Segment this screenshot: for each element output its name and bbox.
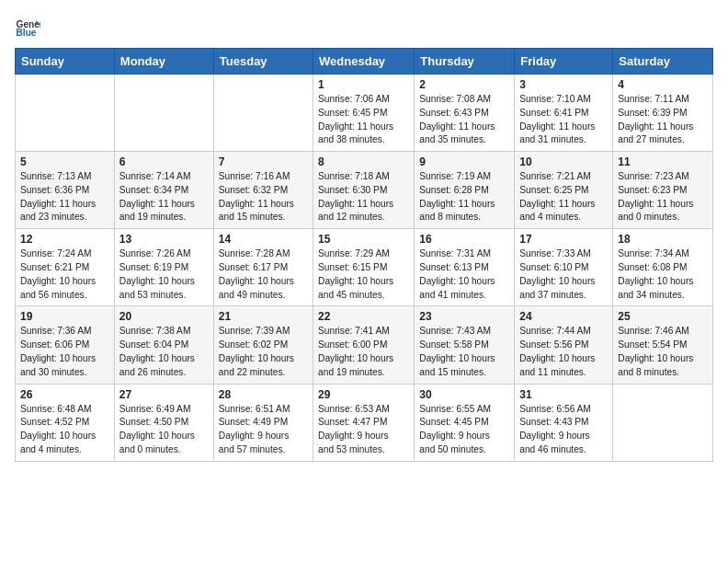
day-number: 25 [618, 310, 708, 323]
day-cell [16, 75, 115, 152]
week-row-4: 19Sunrise: 7:36 AM Sunset: 6:06 PM Dayli… [16, 306, 713, 384]
day-number: 5 [20, 155, 109, 168]
col-header-thursday: Thursday [415, 49, 515, 75]
day-cell: 5Sunrise: 7:13 AM Sunset: 6:36 PM Daylig… [16, 152, 115, 229]
day-number: 30 [419, 388, 509, 401]
day-info: Sunrise: 6:55 AM Sunset: 4:45 PM Dayligh… [419, 403, 509, 457]
day-number: 13 [119, 233, 209, 246]
day-info: Sunrise: 7:16 AM Sunset: 6:32 PM Dayligh… [219, 170, 308, 224]
day-number: 16 [419, 233, 509, 246]
day-cell: 26Sunrise: 6:48 AM Sunset: 4:52 PM Dayli… [16, 384, 115, 461]
day-info: Sunrise: 7:24 AM Sunset: 6:21 PM Dayligh… [20, 247, 109, 302]
day-number: 23 [419, 310, 509, 323]
logo: General Blue [15, 15, 40, 40]
day-info: Sunrise: 7:11 AM Sunset: 6:39 PM Dayligh… [618, 93, 708, 147]
day-number: 1 [318, 78, 409, 91]
day-number: 29 [318, 388, 409, 401]
day-info: Sunrise: 7:44 AM Sunset: 5:56 PM Dayligh… [519, 325, 608, 379]
day-cell: 18Sunrise: 7:34 AM Sunset: 6:08 PM Dayli… [613, 229, 713, 306]
day-cell: 12Sunrise: 7:24 AM Sunset: 6:21 PM Dayli… [16, 229, 115, 306]
day-cell: 20Sunrise: 7:38 AM Sunset: 6:04 PM Dayli… [114, 306, 213, 384]
day-info: Sunrise: 7:43 AM Sunset: 5:58 PM Dayligh… [419, 325, 509, 379]
day-info: Sunrise: 7:31 AM Sunset: 6:13 PM Dayligh… [419, 247, 509, 302]
day-info: Sunrise: 6:56 AM Sunset: 4:43 PM Dayligh… [519, 403, 608, 457]
day-number: 2 [419, 78, 509, 91]
day-info: Sunrise: 7:13 AM Sunset: 6:36 PM Dayligh… [20, 170, 109, 224]
svg-text:Blue: Blue [17, 28, 37, 38]
day-info: Sunrise: 7:41 AM Sunset: 6:00 PM Dayligh… [318, 325, 409, 379]
day-cell: 2Sunrise: 7:08 AM Sunset: 6:43 PM Daylig… [415, 75, 515, 152]
day-info: Sunrise: 7:08 AM Sunset: 6:43 PM Dayligh… [419, 93, 509, 147]
day-info: Sunrise: 6:53 AM Sunset: 4:47 PM Dayligh… [318, 403, 409, 457]
col-header-saturday: Saturday [613, 49, 713, 75]
day-cell [613, 384, 713, 461]
day-cell: 7Sunrise: 7:16 AM Sunset: 6:32 PM Daylig… [213, 152, 313, 229]
week-row-1: 1Sunrise: 7:06 AM Sunset: 6:45 PM Daylig… [16, 75, 713, 152]
day-info: Sunrise: 7:28 AM Sunset: 6:17 PM Dayligh… [219, 247, 308, 302]
day-info: Sunrise: 7:10 AM Sunset: 6:41 PM Dayligh… [519, 93, 608, 147]
col-header-monday: Monday [114, 49, 213, 75]
day-cell: 14Sunrise: 7:28 AM Sunset: 6:17 PM Dayli… [213, 229, 313, 306]
day-cell: 13Sunrise: 7:26 AM Sunset: 6:19 PM Dayli… [114, 229, 213, 306]
day-number: 22 [318, 310, 409, 323]
day-number: 4 [618, 78, 708, 91]
day-number: 15 [318, 233, 409, 246]
day-info: Sunrise: 7:26 AM Sunset: 6:19 PM Dayligh… [119, 247, 209, 302]
col-header-tuesday: Tuesday [213, 49, 313, 75]
day-number: 3 [519, 78, 608, 91]
day-number: 17 [519, 233, 608, 246]
day-info: Sunrise: 7:36 AM Sunset: 6:06 PM Dayligh… [20, 325, 109, 379]
day-cell: 8Sunrise: 7:18 AM Sunset: 6:30 PM Daylig… [313, 152, 415, 229]
day-cell: 28Sunrise: 6:51 AM Sunset: 4:49 PM Dayli… [213, 384, 313, 461]
header: General Blue [15, 15, 713, 40]
day-cell: 19Sunrise: 7:36 AM Sunset: 6:06 PM Dayli… [16, 306, 115, 384]
day-cell: 4Sunrise: 7:11 AM Sunset: 6:39 PM Daylig… [613, 75, 713, 152]
day-cell: 27Sunrise: 6:49 AM Sunset: 4:50 PM Dayli… [114, 384, 213, 461]
calendar-table: SundayMondayTuesdayWednesdayThursdayFrid… [15, 48, 713, 462]
day-number: 20 [119, 310, 209, 323]
day-cell: 6Sunrise: 7:14 AM Sunset: 6:34 PM Daylig… [114, 152, 213, 229]
week-row-2: 5Sunrise: 7:13 AM Sunset: 6:36 PM Daylig… [16, 152, 713, 229]
day-cell: 1Sunrise: 7:06 AM Sunset: 6:45 PM Daylig… [313, 75, 415, 152]
day-number: 31 [519, 388, 608, 401]
week-row-3: 12Sunrise: 7:24 AM Sunset: 6:21 PM Dayli… [16, 229, 713, 306]
day-number: 19 [20, 310, 109, 323]
col-header-friday: Friday [515, 49, 613, 75]
day-number: 8 [318, 155, 409, 168]
day-cell: 11Sunrise: 7:23 AM Sunset: 6:23 PM Dayli… [613, 152, 713, 229]
day-cell [114, 75, 213, 152]
day-number: 27 [119, 388, 209, 401]
day-number: 7 [219, 155, 308, 168]
day-cell: 24Sunrise: 7:44 AM Sunset: 5:56 PM Dayli… [515, 306, 613, 384]
day-cell: 25Sunrise: 7:46 AM Sunset: 5:54 PM Dayli… [613, 306, 713, 384]
day-cell: 30Sunrise: 6:55 AM Sunset: 4:45 PM Dayli… [415, 384, 515, 461]
day-info: Sunrise: 7:18 AM Sunset: 6:30 PM Dayligh… [318, 170, 409, 224]
day-number: 26 [20, 388, 109, 401]
day-info: Sunrise: 7:33 AM Sunset: 6:10 PM Dayligh… [519, 247, 608, 302]
week-row-5: 26Sunrise: 6:48 AM Sunset: 4:52 PM Dayli… [16, 384, 713, 461]
day-number: 18 [618, 233, 708, 246]
day-cell: 9Sunrise: 7:19 AM Sunset: 6:28 PM Daylig… [415, 152, 515, 229]
day-number: 28 [219, 388, 308, 401]
day-cell [213, 75, 313, 152]
day-number: 24 [519, 310, 608, 323]
day-number: 14 [219, 233, 308, 246]
day-cell: 16Sunrise: 7:31 AM Sunset: 6:13 PM Dayli… [415, 229, 515, 306]
day-info: Sunrise: 6:51 AM Sunset: 4:49 PM Dayligh… [219, 403, 308, 457]
day-info: Sunrise: 7:46 AM Sunset: 5:54 PM Dayligh… [618, 325, 708, 379]
day-info: Sunrise: 7:06 AM Sunset: 6:45 PM Dayligh… [318, 93, 409, 147]
day-info: Sunrise: 6:49 AM Sunset: 4:50 PM Dayligh… [119, 403, 209, 457]
day-cell: 3Sunrise: 7:10 AM Sunset: 6:41 PM Daylig… [515, 75, 613, 152]
day-info: Sunrise: 7:21 AM Sunset: 6:25 PM Dayligh… [519, 170, 608, 224]
col-header-sunday: Sunday [16, 49, 115, 75]
day-cell: 15Sunrise: 7:29 AM Sunset: 6:15 PM Dayli… [313, 229, 415, 306]
day-info: Sunrise: 7:39 AM Sunset: 6:02 PM Dayligh… [219, 325, 308, 379]
header-row: SundayMondayTuesdayWednesdayThursdayFrid… [16, 49, 713, 75]
day-info: Sunrise: 7:38 AM Sunset: 6:04 PM Dayligh… [119, 325, 209, 379]
day-cell: 31Sunrise: 6:56 AM Sunset: 4:43 PM Dayli… [515, 384, 613, 461]
day-cell: 17Sunrise: 7:33 AM Sunset: 6:10 PM Dayli… [515, 229, 613, 306]
day-cell: 10Sunrise: 7:21 AM Sunset: 6:25 PM Dayli… [515, 152, 613, 229]
day-number: 12 [20, 233, 109, 246]
day-cell: 21Sunrise: 7:39 AM Sunset: 6:02 PM Dayli… [213, 306, 313, 384]
day-cell: 23Sunrise: 7:43 AM Sunset: 5:58 PM Dayli… [415, 306, 515, 384]
